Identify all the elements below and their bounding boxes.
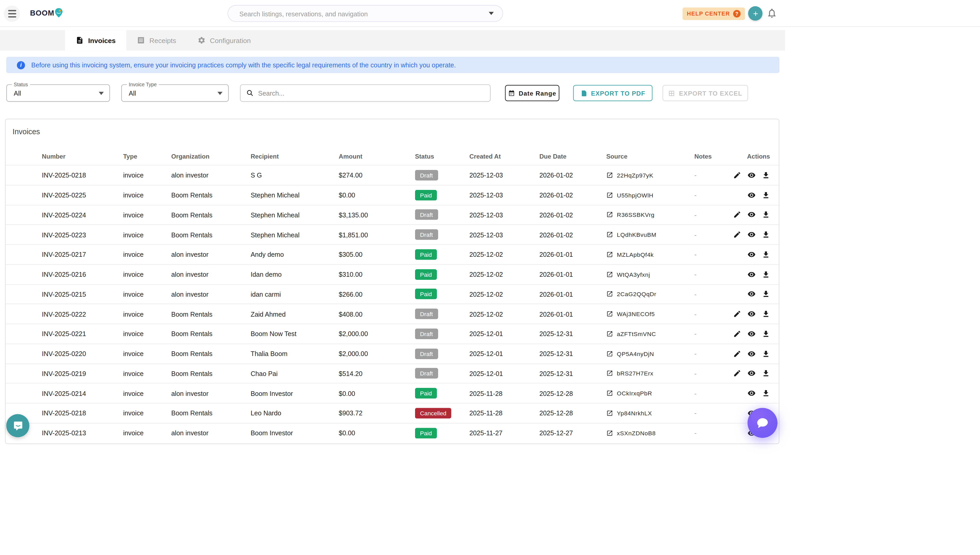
download-button[interactable]	[761, 369, 770, 378]
view-icon	[747, 369, 755, 377]
status-badge: Paid	[415, 289, 437, 300]
cell-number: INV-2025-0218	[6, 171, 123, 179]
invoice-doc-icon	[76, 36, 84, 44]
external-link-icon	[606, 271, 613, 278]
cell-source[interactable]: 2CaG2QQqDr	[606, 291, 694, 298]
download-button[interactable]	[761, 171, 770, 180]
view-button[interactable]	[747, 171, 756, 180]
status-badge: Paid	[415, 388, 437, 398]
status-badge: Draft	[415, 329, 438, 339]
download-button[interactable]	[761, 389, 770, 398]
view-button[interactable]	[747, 389, 756, 398]
tab-configuration[interactable]: Configuration	[187, 30, 261, 51]
cell-status: Draft	[415, 309, 469, 319]
help-center-button[interactable]: HELP CENTER ?	[682, 8, 745, 20]
edit-button[interactable]	[733, 171, 741, 180]
invoices-card: Invoices Number Type Organization Recipi…	[5, 119, 779, 444]
edit-button[interactable]	[733, 230, 741, 239]
table-search-input[interactable]	[254, 88, 490, 98]
cell-source[interactable]: 22HqZp97yK	[606, 172, 694, 179]
cell-source[interactable]: bRS27H7Erx	[606, 370, 694, 377]
edit-button[interactable]	[733, 310, 741, 318]
cell-source[interactable]: U55hpjOWlH	[606, 191, 694, 199]
download-button[interactable]	[761, 310, 770, 318]
status-select[interactable]: Status All	[6, 84, 110, 102]
cell-source[interactable]: WAj3NECOf5	[606, 310, 694, 318]
cell-source[interactable]: xSXnZDNoB8	[606, 430, 694, 436]
view-button[interactable]	[747, 210, 756, 219]
view-button[interactable]	[747, 369, 756, 378]
export-excel-button[interactable]: EXPORT TO EXCEL	[662, 85, 748, 101]
download-button[interactable]	[761, 270, 770, 279]
calendar-icon	[508, 90, 515, 97]
cell-actions	[732, 171, 779, 180]
cell-source[interactable]: MZLApbQf4k	[606, 251, 694, 258]
messenger-chat-launcher[interactable]	[747, 408, 778, 438]
cell-source[interactable]: Yp84NrkhLX	[606, 410, 694, 417]
cell-recipient: Chao Pai	[251, 370, 339, 377]
add-button[interactable]	[748, 6, 763, 21]
export-pdf-button[interactable]: EXPORT TO PDF	[573, 85, 652, 101]
cell-amount: $0.00	[339, 191, 415, 199]
col-recipient: Recipient	[251, 152, 339, 160]
cell-type: invoice	[123, 171, 171, 179]
download-button[interactable]	[761, 349, 770, 358]
cell-organization: Boom Rentals	[171, 330, 251, 338]
cell-due-date: 2026-01-02	[539, 191, 606, 199]
download-button[interactable]	[761, 329, 770, 338]
hamburger-menu-button[interactable]	[4, 6, 20, 22]
cell-notes: -	[694, 290, 732, 298]
view-button[interactable]	[747, 270, 756, 279]
chevron-down-icon[interactable]	[489, 12, 494, 15]
table-row: INV-2025-0221 invoice Boom Rentals Boom …	[6, 324, 779, 343]
support-chat-launcher[interactable]	[6, 414, 29, 437]
view-button[interactable]	[747, 191, 756, 199]
edit-button[interactable]	[733, 349, 741, 358]
tab-invoices[interactable]: Invoices	[65, 30, 126, 51]
source-code: Yp84NrkhLX	[617, 410, 652, 417]
status-badge: Draft	[415, 348, 438, 359]
cell-actions	[732, 270, 779, 279]
cell-notes: -	[694, 429, 732, 436]
edit-button[interactable]	[733, 369, 741, 378]
cell-created-at: 2025-12-02	[469, 290, 539, 298]
download-button[interactable]	[761, 210, 770, 219]
download-icon	[762, 310, 770, 318]
download-button[interactable]	[761, 230, 770, 239]
cell-recipient: Idan demo	[251, 271, 339, 278]
date-range-button[interactable]: Date Range	[505, 85, 559, 101]
download-button[interactable]	[761, 290, 770, 298]
invoice-type-select[interactable]: Invoice Type All	[121, 84, 229, 102]
view-button[interactable]	[747, 250, 756, 259]
notifications-button[interactable]	[766, 8, 778, 19]
cell-source[interactable]: LQdhKBvuBM	[606, 231, 694, 238]
cell-source[interactable]: QP5A4nyDjN	[606, 350, 694, 357]
status-select-value: All	[14, 85, 21, 101]
cell-status: Paid	[415, 428, 469, 438]
download-button[interactable]	[761, 250, 770, 259]
view-button[interactable]	[747, 349, 756, 358]
view-button[interactable]	[747, 329, 756, 338]
cell-type: invoice	[123, 290, 171, 298]
edit-button[interactable]	[733, 329, 741, 338]
edit-icon	[733, 350, 741, 358]
view-button[interactable]	[747, 230, 756, 239]
cell-due-date: 2025-12-31	[539, 330, 606, 338]
cell-source[interactable]: R36SSBKVrg	[606, 212, 694, 218]
cell-due-date: 2026-01-01	[539, 310, 606, 318]
speech-bubble-icon	[755, 415, 770, 430]
view-button[interactable]	[747, 290, 756, 298]
table-row: INV-2025-0224 invoice Boom Rentals Steph…	[6, 205, 779, 225]
view-button[interactable]	[747, 310, 756, 318]
download-button[interactable]	[761, 191, 770, 199]
external-link-icon	[606, 310, 613, 318]
cell-source[interactable]: WtQA3yfxnj	[606, 271, 694, 278]
edit-icon	[733, 369, 741, 377]
cell-source[interactable]: aZFTtSmVNC	[606, 330, 694, 337]
cell-source[interactable]: OCkIrxqPbR	[606, 390, 694, 397]
cell-due-date: 2025-12-31	[539, 350, 606, 357]
global-search-input[interactable]	[228, 9, 489, 18]
cell-status: Paid	[415, 269, 469, 279]
edit-button[interactable]	[733, 210, 741, 219]
tab-receipts[interactable]: Receipts	[126, 30, 187, 51]
